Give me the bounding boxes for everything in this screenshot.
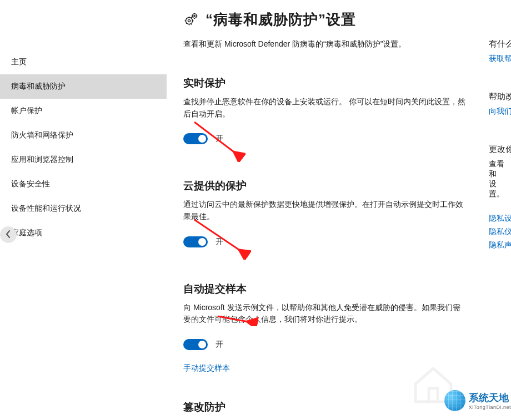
nav-account-protection[interactable]: 帐户保护 (0, 99, 167, 123)
page-subtitle: 查看和更新 Microsoft Defender 防病毒的“病毒和威胁防护”设置… (183, 39, 511, 49)
right-link[interactable]: 获取帮 (489, 54, 511, 64)
toggle-label: 开 (216, 237, 223, 247)
section-title: 云提供的保护 (183, 179, 467, 193)
section-desc: 通过访问云中的最新保护数据更快地提供增强保护。在打开自动示例提交时工作效果最佳。 (183, 199, 467, 222)
manual-submit-link[interactable]: 手动提交样本 (183, 363, 230, 373)
nav-device-performance[interactable]: 设备性能和运行状况 (0, 196, 167, 221)
right-column: 有什么 获取帮 帮助改 向我们 更改你 查看和 设置。 隐私设 隐私仪 隐私声 (489, 39, 511, 278)
nav-family-options[interactable]: 家庭选项 (0, 221, 167, 245)
cloud-toggle[interactable] (183, 236, 208, 247)
sample-toggle[interactable] (183, 339, 208, 350)
right-link[interactable]: 隐私仪 (489, 227, 511, 237)
sidebar: 主页 病毒和威胁防护 帐户保护 防火墙和网络保护 应用和浏览器控制 设备安全性 … (0, 0, 167, 420)
watermark-en: XiTongTianDi.net (469, 404, 511, 410)
watermark-cn: 系统天地 (469, 391, 511, 404)
right-heading: 更改你 (489, 144, 511, 155)
toggle-label: 开 (216, 340, 223, 350)
nav-firewall[interactable]: 防火墙和网络保护 (0, 123, 167, 148)
right-link[interactable]: 向我们 (489, 107, 511, 117)
back-button[interactable] (0, 226, 17, 243)
globe-icon (444, 390, 465, 411)
right-link[interactable]: 隐私声 (489, 240, 511, 250)
nav-virus-threat[interactable]: 病毒和威胁防护 (0, 74, 167, 99)
svg-point-2 (192, 14, 197, 18)
section-desc: 向 Microsoft 发送示例文件，以帮助你和其他人免受潜在威胁的侵害。如果我… (183, 302, 467, 326)
main-content: “病毒和威胁防护”设置 查看和更新 Microsoft Defender 防病毒… (167, 0, 511, 420)
section-sample: 自动提交样本 向 Microsoft 发送示例文件，以帮助你和其他人免受潜在威胁… (183, 282, 467, 373)
section-desc: 查找并停止恶意软件在你的设备上安装或运行。 你可以在短时间内关闭此设置，然后自动… (183, 96, 467, 120)
svg-point-1 (188, 19, 190, 22)
settings-gears-icon (183, 11, 199, 28)
svg-point-3 (194, 15, 196, 17)
nav-app-browser[interactable]: 应用和浏览器控制 (0, 148, 167, 172)
right-body: 查看和 设置。 (489, 159, 511, 199)
nav-device-security[interactable]: 设备安全性 (0, 172, 167, 196)
page-title: “病毒和威胁防护”设置 (206, 10, 356, 29)
section-title: 实时保护 (183, 76, 467, 90)
section-realtime: 实时保护 查找并停止恶意软件在你的设备上安装或运行。 你可以在短时间内关闭此设置… (183, 76, 467, 144)
right-heading: 有什么 (489, 39, 511, 49)
section-cloud: 云提供的保护 通过访问云中的最新保护数据更快地提供增强保护。在打开自动示例提交时… (183, 179, 467, 247)
nav-home[interactable]: 主页 (0, 50, 167, 74)
right-heading: 帮助改 (489, 92, 511, 102)
chevron-left-icon (6, 230, 11, 240)
watermark-brand: 系统天地 XiTongTianDi.net (444, 390, 511, 411)
section-title: 自动提交样本 (183, 282, 467, 296)
realtime-toggle[interactable] (183, 133, 208, 144)
toggle-label: 开 (216, 134, 223, 144)
right-link[interactable]: 隐私设 (489, 214, 511, 224)
